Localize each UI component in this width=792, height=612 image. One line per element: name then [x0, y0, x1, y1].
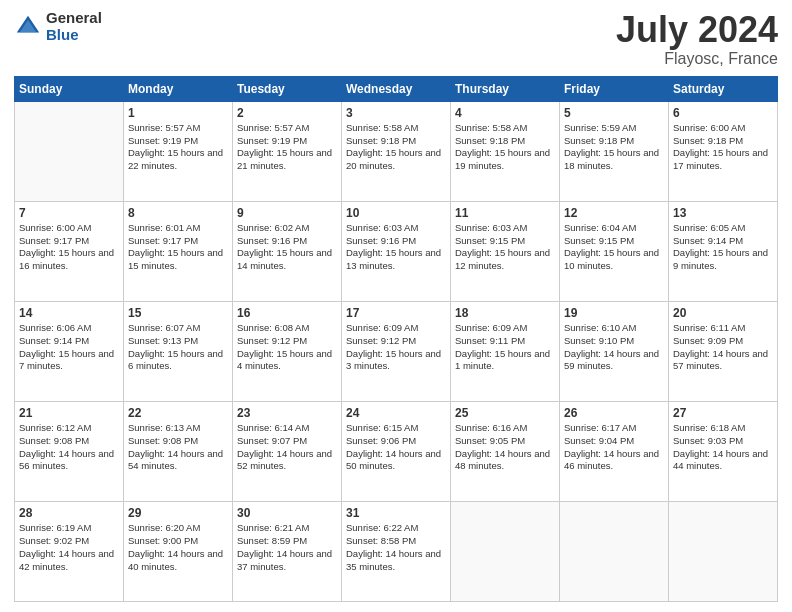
day-info: Sunrise: 6:09 AMSunset: 9:12 PMDaylight:… [346, 322, 441, 371]
col-wednesday: Wednesday [342, 76, 451, 101]
day-info: Sunrise: 5:57 AMSunset: 9:19 PMDaylight:… [128, 122, 223, 171]
col-friday: Friday [560, 76, 669, 101]
page: General Blue July 2024 Flayosc, France S… [0, 0, 792, 612]
table-row: 31Sunrise: 6:22 AMSunset: 8:58 PMDayligh… [342, 501, 451, 601]
month-title: July 2024 [616, 10, 778, 50]
day-number: 10 [346, 205, 446, 221]
table-row: 26Sunrise: 6:17 AMSunset: 9:04 PMDayligh… [560, 401, 669, 501]
table-row: 23Sunrise: 6:14 AMSunset: 9:07 PMDayligh… [233, 401, 342, 501]
day-info: Sunrise: 6:09 AMSunset: 9:11 PMDaylight:… [455, 322, 550, 371]
calendar-week-row: 7Sunrise: 6:00 AMSunset: 9:17 PMDaylight… [15, 201, 778, 301]
table-row: 15Sunrise: 6:07 AMSunset: 9:13 PMDayligh… [124, 301, 233, 401]
day-number: 12 [564, 205, 664, 221]
day-number: 25 [455, 405, 555, 421]
day-info: Sunrise: 6:21 AMSunset: 8:59 PMDaylight:… [237, 522, 332, 571]
day-number: 16 [237, 305, 337, 321]
table-row: 11Sunrise: 6:03 AMSunset: 9:15 PMDayligh… [451, 201, 560, 301]
day-number: 5 [564, 105, 664, 121]
day-info: Sunrise: 6:02 AMSunset: 9:16 PMDaylight:… [237, 222, 332, 271]
day-info: Sunrise: 6:03 AMSunset: 9:15 PMDaylight:… [455, 222, 550, 271]
table-row: 20Sunrise: 6:11 AMSunset: 9:09 PMDayligh… [669, 301, 778, 401]
day-number: 22 [128, 405, 228, 421]
day-number: 18 [455, 305, 555, 321]
table-row: 2Sunrise: 5:57 AMSunset: 9:19 PMDaylight… [233, 101, 342, 201]
table-row: 9Sunrise: 6:02 AMSunset: 9:16 PMDaylight… [233, 201, 342, 301]
day-info: Sunrise: 6:03 AMSunset: 9:16 PMDaylight:… [346, 222, 441, 271]
table-row: 5Sunrise: 5:59 AMSunset: 9:18 PMDaylight… [560, 101, 669, 201]
calendar-week-row: 1Sunrise: 5:57 AMSunset: 9:19 PMDaylight… [15, 101, 778, 201]
day-number: 17 [346, 305, 446, 321]
table-row [15, 101, 124, 201]
day-info: Sunrise: 6:00 AMSunset: 9:18 PMDaylight:… [673, 122, 768, 171]
logo-general-text: General [46, 10, 102, 27]
day-info: Sunrise: 6:11 AMSunset: 9:09 PMDaylight:… [673, 322, 768, 371]
day-info: Sunrise: 6:08 AMSunset: 9:12 PMDaylight:… [237, 322, 332, 371]
table-row: 24Sunrise: 6:15 AMSunset: 9:06 PMDayligh… [342, 401, 451, 501]
day-number: 13 [673, 205, 773, 221]
day-number: 9 [237, 205, 337, 221]
day-number: 7 [19, 205, 119, 221]
logo: General Blue [14, 10, 102, 43]
col-thursday: Thursday [451, 76, 560, 101]
day-info: Sunrise: 6:19 AMSunset: 9:02 PMDaylight:… [19, 522, 114, 571]
header: General Blue July 2024 Flayosc, France [14, 10, 778, 68]
day-number: 21 [19, 405, 119, 421]
table-row: 14Sunrise: 6:06 AMSunset: 9:14 PMDayligh… [15, 301, 124, 401]
day-info: Sunrise: 5:58 AMSunset: 9:18 PMDaylight:… [346, 122, 441, 171]
table-row: 10Sunrise: 6:03 AMSunset: 9:16 PMDayligh… [342, 201, 451, 301]
table-row: 8Sunrise: 6:01 AMSunset: 9:17 PMDaylight… [124, 201, 233, 301]
title-block: July 2024 Flayosc, France [616, 10, 778, 68]
day-number: 2 [237, 105, 337, 121]
location-title: Flayosc, France [616, 50, 778, 68]
day-info: Sunrise: 6:15 AMSunset: 9:06 PMDaylight:… [346, 422, 441, 471]
col-monday: Monday [124, 76, 233, 101]
day-number: 14 [19, 305, 119, 321]
table-row [669, 501, 778, 601]
calendar-week-row: 14Sunrise: 6:06 AMSunset: 9:14 PMDayligh… [15, 301, 778, 401]
day-number: 30 [237, 505, 337, 521]
logo-text: General Blue [46, 10, 102, 43]
day-number: 15 [128, 305, 228, 321]
day-number: 23 [237, 405, 337, 421]
day-info: Sunrise: 5:58 AMSunset: 9:18 PMDaylight:… [455, 122, 550, 171]
table-row: 28Sunrise: 6:19 AMSunset: 9:02 PMDayligh… [15, 501, 124, 601]
day-number: 20 [673, 305, 773, 321]
table-row: 3Sunrise: 5:58 AMSunset: 9:18 PMDaylight… [342, 101, 451, 201]
table-row: 13Sunrise: 6:05 AMSunset: 9:14 PMDayligh… [669, 201, 778, 301]
table-row: 4Sunrise: 5:58 AMSunset: 9:18 PMDaylight… [451, 101, 560, 201]
day-number: 6 [673, 105, 773, 121]
day-info: Sunrise: 6:12 AMSunset: 9:08 PMDaylight:… [19, 422, 114, 471]
table-row: 30Sunrise: 6:21 AMSunset: 8:59 PMDayligh… [233, 501, 342, 601]
day-number: 1 [128, 105, 228, 121]
day-number: 4 [455, 105, 555, 121]
calendar-week-row: 28Sunrise: 6:19 AMSunset: 9:02 PMDayligh… [15, 501, 778, 601]
day-number: 19 [564, 305, 664, 321]
table-row: 21Sunrise: 6:12 AMSunset: 9:08 PMDayligh… [15, 401, 124, 501]
day-info: Sunrise: 6:04 AMSunset: 9:15 PMDaylight:… [564, 222, 659, 271]
day-info: Sunrise: 6:06 AMSunset: 9:14 PMDaylight:… [19, 322, 114, 371]
table-row: 27Sunrise: 6:18 AMSunset: 9:03 PMDayligh… [669, 401, 778, 501]
day-info: Sunrise: 5:59 AMSunset: 9:18 PMDaylight:… [564, 122, 659, 171]
day-info: Sunrise: 6:18 AMSunset: 9:03 PMDaylight:… [673, 422, 768, 471]
day-info: Sunrise: 6:10 AMSunset: 9:10 PMDaylight:… [564, 322, 659, 371]
day-info: Sunrise: 6:13 AMSunset: 9:08 PMDaylight:… [128, 422, 223, 471]
table-row: 18Sunrise: 6:09 AMSunset: 9:11 PMDayligh… [451, 301, 560, 401]
day-info: Sunrise: 6:00 AMSunset: 9:17 PMDaylight:… [19, 222, 114, 271]
table-row: 12Sunrise: 6:04 AMSunset: 9:15 PMDayligh… [560, 201, 669, 301]
day-number: 3 [346, 105, 446, 121]
day-number: 27 [673, 405, 773, 421]
day-number: 26 [564, 405, 664, 421]
col-saturday: Saturday [669, 76, 778, 101]
calendar-header-row: Sunday Monday Tuesday Wednesday Thursday… [15, 76, 778, 101]
day-number: 29 [128, 505, 228, 521]
table-row: 17Sunrise: 6:09 AMSunset: 9:12 PMDayligh… [342, 301, 451, 401]
day-number: 8 [128, 205, 228, 221]
table-row: 6Sunrise: 6:00 AMSunset: 9:18 PMDaylight… [669, 101, 778, 201]
table-row: 1Sunrise: 5:57 AMSunset: 9:19 PMDaylight… [124, 101, 233, 201]
day-number: 11 [455, 205, 555, 221]
day-info: Sunrise: 6:17 AMSunset: 9:04 PMDaylight:… [564, 422, 659, 471]
day-number: 24 [346, 405, 446, 421]
logo-blue-text: Blue [46, 27, 102, 44]
calendar-table: Sunday Monday Tuesday Wednesday Thursday… [14, 76, 778, 602]
table-row: 16Sunrise: 6:08 AMSunset: 9:12 PMDayligh… [233, 301, 342, 401]
